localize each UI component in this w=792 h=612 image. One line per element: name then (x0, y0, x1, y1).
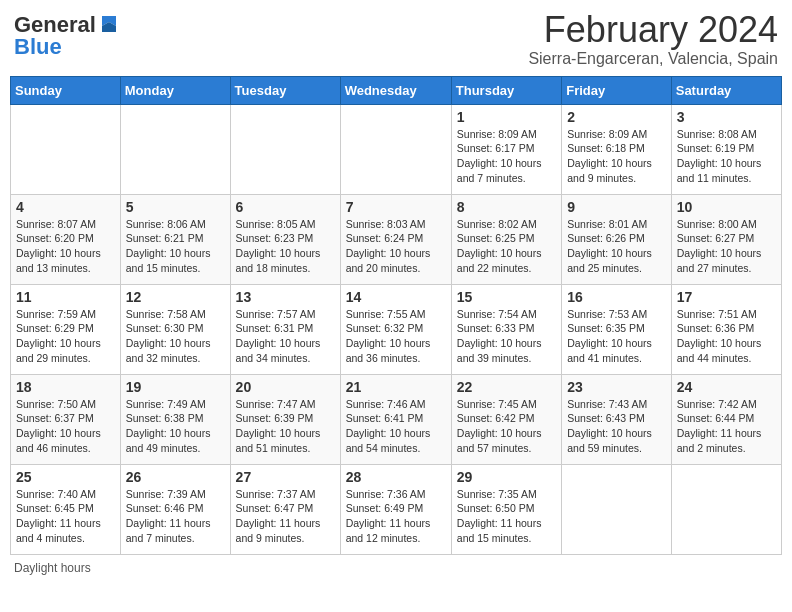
calendar-cell: 10Sunrise: 8:00 AMSunset: 6:27 PMDayligh… (671, 194, 781, 284)
day-info: Sunrise: 7:40 AMSunset: 6:45 PMDaylight:… (16, 487, 115, 546)
day-number: 11 (16, 289, 115, 305)
calendar-cell: 23Sunrise: 7:43 AMSunset: 6:43 PMDayligh… (562, 374, 672, 464)
calendar-header-tuesday: Tuesday (230, 76, 340, 104)
day-number: 21 (346, 379, 446, 395)
day-number: 10 (677, 199, 776, 215)
calendar-cell: 7Sunrise: 8:03 AMSunset: 6:24 PMDaylight… (340, 194, 451, 284)
calendar-cell (230, 104, 340, 194)
day-info: Sunrise: 8:05 AMSunset: 6:23 PMDaylight:… (236, 217, 335, 276)
page-subtitle: Sierra-Engarceran, Valencia, Spain (528, 50, 778, 68)
header: General Blue February 2024 Sierra-Engarc… (10, 10, 782, 68)
day-info: Sunrise: 8:06 AMSunset: 6:21 PMDaylight:… (126, 217, 225, 276)
day-info: Sunrise: 7:51 AMSunset: 6:36 PMDaylight:… (677, 307, 776, 366)
day-info: Sunrise: 8:00 AMSunset: 6:27 PMDaylight:… (677, 217, 776, 276)
calendar-cell (11, 104, 121, 194)
calendar-cell: 19Sunrise: 7:49 AMSunset: 6:38 PMDayligh… (120, 374, 230, 464)
calendar-cell: 21Sunrise: 7:46 AMSunset: 6:41 PMDayligh… (340, 374, 451, 464)
calendar-header-saturday: Saturday (671, 76, 781, 104)
calendar-cell (562, 464, 672, 554)
calendar-week-row: 1Sunrise: 8:09 AMSunset: 6:17 PMDaylight… (11, 104, 782, 194)
day-number: 25 (16, 469, 115, 485)
day-number: 14 (346, 289, 446, 305)
day-number: 29 (457, 469, 556, 485)
calendar-header-row: SundayMondayTuesdayWednesdayThursdayFrid… (11, 76, 782, 104)
page-title: February 2024 (528, 10, 778, 50)
day-info: Sunrise: 8:08 AMSunset: 6:19 PMDaylight:… (677, 127, 776, 186)
day-number: 1 (457, 109, 556, 125)
day-number: 18 (16, 379, 115, 395)
day-info: Sunrise: 7:57 AMSunset: 6:31 PMDaylight:… (236, 307, 335, 366)
day-number: 16 (567, 289, 666, 305)
calendar-cell: 6Sunrise: 8:05 AMSunset: 6:23 PMDaylight… (230, 194, 340, 284)
day-number: 19 (126, 379, 225, 395)
day-info: Sunrise: 7:53 AMSunset: 6:35 PMDaylight:… (567, 307, 666, 366)
title-area: February 2024 Sierra-Engarceran, Valenci… (528, 10, 778, 68)
calendar-cell: 27Sunrise: 7:37 AMSunset: 6:47 PMDayligh… (230, 464, 340, 554)
calendar-cell: 4Sunrise: 8:07 AMSunset: 6:20 PMDaylight… (11, 194, 121, 284)
calendar-cell: 1Sunrise: 8:09 AMSunset: 6:17 PMDaylight… (451, 104, 561, 194)
day-number: 7 (346, 199, 446, 215)
logo-blue-text: Blue (14, 36, 62, 58)
calendar-cell: 17Sunrise: 7:51 AMSunset: 6:36 PMDayligh… (671, 284, 781, 374)
day-number: 22 (457, 379, 556, 395)
day-info: Sunrise: 8:03 AMSunset: 6:24 PMDaylight:… (346, 217, 446, 276)
calendar-cell: 20Sunrise: 7:47 AMSunset: 6:39 PMDayligh… (230, 374, 340, 464)
day-number: 20 (236, 379, 335, 395)
day-info: Sunrise: 8:02 AMSunset: 6:25 PMDaylight:… (457, 217, 556, 276)
calendar-week-row: 25Sunrise: 7:40 AMSunset: 6:45 PMDayligh… (11, 464, 782, 554)
calendar-cell: 25Sunrise: 7:40 AMSunset: 6:45 PMDayligh… (11, 464, 121, 554)
calendar-cell (340, 104, 451, 194)
calendar-cell (120, 104, 230, 194)
day-number: 24 (677, 379, 776, 395)
day-number: 6 (236, 199, 335, 215)
day-number: 13 (236, 289, 335, 305)
day-number: 2 (567, 109, 666, 125)
calendar-table: SundayMondayTuesdayWednesdayThursdayFrid… (10, 76, 782, 555)
day-info: Sunrise: 8:07 AMSunset: 6:20 PMDaylight:… (16, 217, 115, 276)
calendar-week-row: 18Sunrise: 7:50 AMSunset: 6:37 PMDayligh… (11, 374, 782, 464)
day-info: Sunrise: 7:43 AMSunset: 6:43 PMDaylight:… (567, 397, 666, 456)
calendar-cell: 29Sunrise: 7:35 AMSunset: 6:50 PMDayligh… (451, 464, 561, 554)
day-number: 3 (677, 109, 776, 125)
logo-general-text: General (14, 14, 96, 36)
calendar-cell: 26Sunrise: 7:39 AMSunset: 6:46 PMDayligh… (120, 464, 230, 554)
calendar-cell: 9Sunrise: 8:01 AMSunset: 6:26 PMDaylight… (562, 194, 672, 284)
calendar-cell: 2Sunrise: 8:09 AMSunset: 6:18 PMDaylight… (562, 104, 672, 194)
day-number: 27 (236, 469, 335, 485)
calendar-cell: 13Sunrise: 7:57 AMSunset: 6:31 PMDayligh… (230, 284, 340, 374)
day-number: 17 (677, 289, 776, 305)
day-info: Sunrise: 7:46 AMSunset: 6:41 PMDaylight:… (346, 397, 446, 456)
calendar-cell: 11Sunrise: 7:59 AMSunset: 6:29 PMDayligh… (11, 284, 121, 374)
logo-flag-icon (98, 12, 120, 34)
calendar-week-row: 4Sunrise: 8:07 AMSunset: 6:20 PMDaylight… (11, 194, 782, 284)
logo: General Blue (14, 14, 120, 58)
day-info: Sunrise: 7:35 AMSunset: 6:50 PMDaylight:… (457, 487, 556, 546)
footer-note: Daylight hours (10, 561, 782, 575)
day-number: 8 (457, 199, 556, 215)
calendar-header-monday: Monday (120, 76, 230, 104)
calendar-header-friday: Friday (562, 76, 672, 104)
calendar-cell: 22Sunrise: 7:45 AMSunset: 6:42 PMDayligh… (451, 374, 561, 464)
calendar-cell: 12Sunrise: 7:58 AMSunset: 6:30 PMDayligh… (120, 284, 230, 374)
day-info: Sunrise: 7:36 AMSunset: 6:49 PMDaylight:… (346, 487, 446, 546)
day-info: Sunrise: 7:39 AMSunset: 6:46 PMDaylight:… (126, 487, 225, 546)
day-number: 9 (567, 199, 666, 215)
day-info: Sunrise: 7:47 AMSunset: 6:39 PMDaylight:… (236, 397, 335, 456)
day-number: 23 (567, 379, 666, 395)
calendar-cell: 8Sunrise: 8:02 AMSunset: 6:25 PMDaylight… (451, 194, 561, 284)
calendar-header-thursday: Thursday (451, 76, 561, 104)
day-number: 12 (126, 289, 225, 305)
day-info: Sunrise: 7:54 AMSunset: 6:33 PMDaylight:… (457, 307, 556, 366)
day-info: Sunrise: 7:50 AMSunset: 6:37 PMDaylight:… (16, 397, 115, 456)
day-number: 15 (457, 289, 556, 305)
calendar-cell: 14Sunrise: 7:55 AMSunset: 6:32 PMDayligh… (340, 284, 451, 374)
calendar-cell: 18Sunrise: 7:50 AMSunset: 6:37 PMDayligh… (11, 374, 121, 464)
day-info: Sunrise: 7:58 AMSunset: 6:30 PMDaylight:… (126, 307, 225, 366)
day-number: 4 (16, 199, 115, 215)
day-number: 28 (346, 469, 446, 485)
calendar-cell: 28Sunrise: 7:36 AMSunset: 6:49 PMDayligh… (340, 464, 451, 554)
calendar-header-wednesday: Wednesday (340, 76, 451, 104)
calendar-cell: 3Sunrise: 8:08 AMSunset: 6:19 PMDaylight… (671, 104, 781, 194)
day-number: 26 (126, 469, 225, 485)
day-info: Sunrise: 7:37 AMSunset: 6:47 PMDaylight:… (236, 487, 335, 546)
